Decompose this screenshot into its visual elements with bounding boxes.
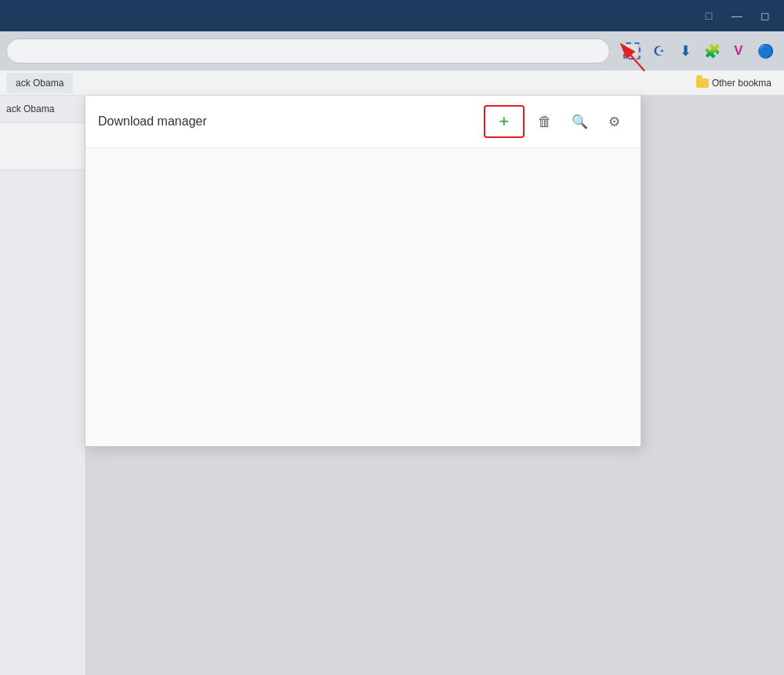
main-content: ack Obama Download manager + 🗑 🔍	[0, 96, 784, 675]
vpn-button[interactable]: 🔵	[753, 38, 778, 64]
night-mode-button[interactable]: ☪	[646, 38, 671, 64]
settings-icon: ⚙	[608, 114, 620, 130]
settings-button[interactable]: ⚙	[600, 107, 628, 136]
puzzle-icon: 🧩	[704, 43, 720, 60]
plus-icon: +	[499, 113, 510, 130]
search-icon: 🔍	[572, 114, 588, 130]
title-bar: □ — ◻	[0, 0, 784, 31]
toolbar-icons: ⬜ ☪ ⬇ 🧩 V 🔵	[619, 38, 778, 64]
download-manager-button[interactable]: ⬇	[673, 38, 698, 64]
download-manager-popup: Download manager + 🗑 🔍 ⚙	[85, 96, 641, 447]
restore-button[interactable]: □	[698, 5, 720, 27]
address-bar[interactable]	[6, 38, 610, 64]
moon-icon: ☪	[653, 43, 665, 60]
download-icon: ⬇	[680, 42, 691, 60]
browser-toolbar: ⬜ ☪ ⬇ 🧩 V 🔵	[0, 31, 784, 71]
sidebar-content	[0, 123, 85, 170]
folder-icon	[696, 78, 709, 88]
maximize-button[interactable]: ◻	[754, 5, 776, 27]
vpn-icon: 🔵	[757, 43, 774, 60]
extensions-button[interactable]: 🧩	[699, 38, 724, 64]
vivaldi-icon: V	[734, 43, 742, 59]
screenshot-icon: ⬜	[623, 42, 641, 60]
popup-title: Download manager	[98, 114, 474, 129]
popup-actions: + 🗑 🔍 ⚙	[484, 105, 628, 138]
sidebar-tab-obama[interactable]: ack Obama	[0, 96, 85, 123]
bookmark-tab-obama[interactable]: ack Obama	[6, 73, 73, 93]
left-sidebar: ack Obama	[0, 96, 86, 675]
popup-header: Download manager + 🗑 🔍 ⚙	[85, 96, 641, 148]
bookmarks-bar: ack Obama Other bookma	[0, 71, 784, 96]
minimize-button[interactable]: —	[726, 5, 748, 27]
delete-button[interactable]: 🗑	[531, 107, 559, 136]
screenshot-icon-button[interactable]: ⬜	[619, 38, 644, 64]
search-button[interactable]: 🔍	[565, 107, 593, 136]
add-download-button[interactable]: +	[484, 105, 524, 138]
vivaldi-button[interactable]: V	[726, 38, 751, 64]
bookmark-folder-other[interactable]: Other bookma	[690, 78, 778, 89]
popup-body	[85, 148, 641, 446]
trash-icon: 🗑	[538, 114, 552, 130]
